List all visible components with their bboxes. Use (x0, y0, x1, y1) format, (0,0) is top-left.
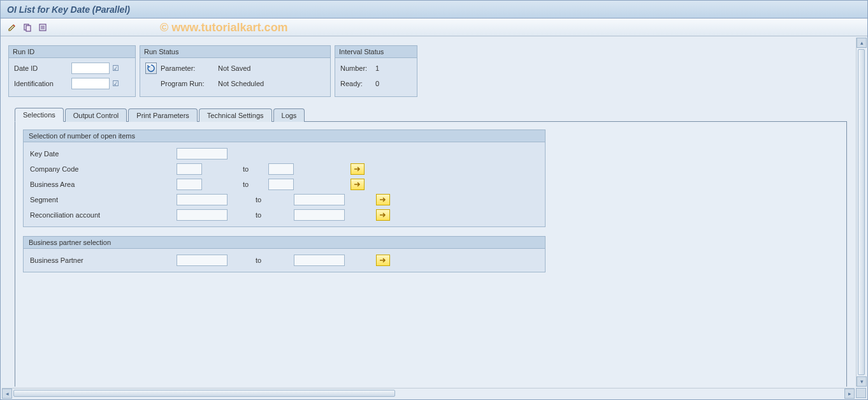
svg-rect-1 (26, 26, 31, 31)
segment-from[interactable] (177, 194, 228, 205)
recon-account-from[interactable] (177, 209, 228, 221)
identification-input[interactable] (71, 78, 110, 89)
app-toolbar (1, 19, 867, 36)
tab-selections[interactable]: Selections (15, 108, 64, 122)
app-window: OI List for Key Date (Parallel) © www.tu… (0, 0, 868, 400)
refresh-icon[interactable] (145, 63, 157, 74)
list-icon[interactable] (36, 21, 49, 34)
bp-label: Business Partner (30, 256, 177, 264)
copy-icon[interactable] (21, 21, 34, 34)
key-date-input[interactable] (177, 148, 228, 159)
multiple-selection-icon[interactable] (351, 163, 365, 175)
group-bp-header: Business partner selection (24, 237, 545, 249)
scroll-right-icon[interactable]: ▸ (844, 389, 855, 399)
page-title: OI List for Key Date (Parallel) (7, 4, 130, 15)
ready-value: 0 (375, 80, 379, 87)
runstatus-panel: Run Status Parameter: Not Saved Program … (140, 45, 331, 97)
tabstrip: Selections Output Control Print Paramete… (15, 107, 847, 122)
date-id-input[interactable] (71, 63, 110, 74)
tab-content: Selection of number of open items Key Da… (15, 122, 847, 387)
top-panels: Run ID Date ID ☑ Identification ☑ Run St… (8, 45, 847, 97)
scroll-down-icon[interactable]: ▾ (857, 376, 867, 387)
tab-logs[interactable]: Logs (273, 108, 305, 122)
company-code-to[interactable] (268, 163, 294, 175)
tab-technical-settings[interactable]: Technical Settings (199, 108, 272, 122)
to-label: to (205, 181, 268, 188)
to-label: to (230, 211, 294, 219)
group-open-items-header: Selection of number of open items (24, 130, 545, 142)
company-code-label: Company Code (30, 165, 177, 173)
business-area-from[interactable] (177, 179, 202, 190)
scroll-thumb[interactable] (858, 49, 865, 375)
segment-label: Segment (30, 196, 177, 204)
recon-account-label: Reconciliation account (30, 211, 177, 219)
scroll-left-icon[interactable]: ◂ (2, 389, 12, 399)
business-area-label: Business Area (30, 181, 177, 188)
runstatus-header: Run Status (140, 46, 330, 58)
multiple-selection-icon[interactable] (376, 255, 390, 266)
bp-from[interactable] (177, 255, 228, 266)
tab-print-parameters[interactable]: Print Parameters (128, 108, 198, 122)
check-icon: ☑ (112, 64, 119, 73)
identification-label: Identification (14, 80, 71, 87)
multiple-selection-icon[interactable] (376, 194, 390, 205)
check-icon: ☑ (112, 79, 119, 88)
to-label: to (230, 196, 294, 204)
to-label: to (230, 256, 294, 264)
intervalstatus-panel: Interval Status Number: 1 Ready: 0 (335, 45, 417, 97)
runid-header: Run ID (9, 46, 135, 58)
parameter-value: Not Saved (218, 64, 250, 72)
programrun-value: Not Scheduled (218, 80, 264, 87)
intervalstatus-header: Interval Status (335, 46, 417, 58)
multiple-selection-icon[interactable] (376, 209, 390, 221)
multiple-selection-icon[interactable] (351, 179, 365, 190)
group-business-partner: Business partner selection Business Part… (23, 236, 546, 272)
title-bar: OI List for Key Date (Parallel) (1, 1, 867, 19)
scroll-thumb[interactable] (13, 390, 395, 397)
recon-account-to[interactable] (294, 209, 345, 221)
runid-panel: Run ID Date ID ☑ Identification ☑ (8, 45, 136, 97)
scroll-corner (856, 388, 866, 398)
programrun-label: Program Run: (161, 80, 218, 87)
horizontal-scrollbar[interactable]: ◂ ▸ (2, 388, 855, 398)
segment-to[interactable] (294, 194, 345, 205)
date-id-label: Date ID (14, 64, 71, 72)
company-code-from[interactable] (177, 163, 202, 175)
parameter-label: Parameter: (161, 64, 218, 72)
number-value: 1 (375, 64, 379, 72)
business-area-to[interactable] (268, 179, 294, 190)
to-label: to (205, 165, 268, 173)
content-area: Run ID Date ID ☑ Identification ☑ Run St… (1, 38, 855, 387)
vertical-scrollbar[interactable]: ▴ ▾ (856, 38, 866, 387)
key-date-label: Key Date (30, 150, 177, 158)
pencil-icon[interactable] (6, 21, 18, 34)
number-label: Number: (340, 64, 375, 72)
group-open-items: Selection of number of open items Key Da… (23, 130, 546, 227)
ready-label: Ready: (340, 80, 375, 87)
tab-output-control[interactable]: Output Control (65, 108, 127, 122)
bp-to[interactable] (294, 255, 345, 266)
scroll-up-icon[interactable]: ▴ (857, 38, 867, 48)
